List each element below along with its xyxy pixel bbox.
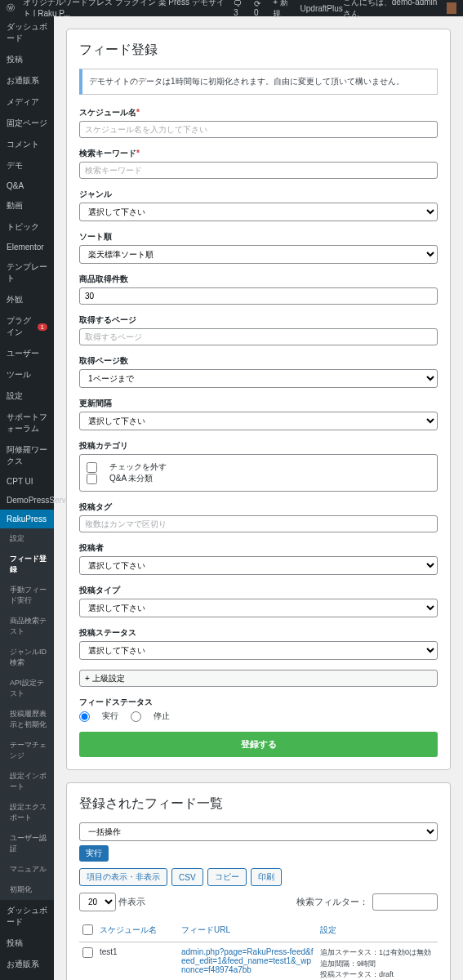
row-name: test1 xyxy=(96,942,178,981)
page-input[interactable] xyxy=(79,328,438,345)
col-url[interactable]: フィードURL xyxy=(178,920,317,942)
category-label: 投稿カテゴリ xyxy=(79,440,438,452)
updates-count[interactable]: ⟳ 0 xyxy=(254,0,265,17)
comments-count[interactable]: 🗨 3 xyxy=(234,0,246,17)
count-label: 商品取得件数 xyxy=(79,274,438,285)
sidebar-item[interactable]: コメント xyxy=(0,134,54,155)
type-select[interactable]: 選択して下さい xyxy=(79,599,438,617)
tag-label: 投稿タグ xyxy=(79,501,438,513)
row-check[interactable] xyxy=(82,947,93,958)
sidebar-item[interactable]: トピック xyxy=(0,216,54,238)
cat-uncheck[interactable] xyxy=(87,462,97,473)
submenu-item[interactable]: 設定 xyxy=(0,528,54,549)
sidebar-item[interactable]: CPT UI xyxy=(0,472,54,491)
sidebar-item[interactable]: デモ xyxy=(0,155,54,176)
submenu-item[interactable]: 初期化 xyxy=(0,880,54,900)
row-settings: 追加ステータス：1は有効0は無効追加間隔：9時間投稿ステータス：draft投稿タ… xyxy=(317,942,438,981)
submit-button[interactable]: 登録する xyxy=(79,732,438,757)
admin-sidebar: ダッシュボード投稿お通販系メディア固定ページコメントデモQ&A動画トピックEle… xyxy=(0,16,54,980)
sidebar-item[interactable]: 外観 xyxy=(0,289,54,310)
run-radio[interactable] xyxy=(79,711,90,722)
status-select[interactable]: 選択して下さい xyxy=(79,641,438,660)
main-content: フィード登録 デモサイトのデータは1時間毎に初期化されます。自由に変更して頂いて… xyxy=(54,16,463,980)
bulk-select[interactable]: 一括操作 xyxy=(79,822,438,841)
perpage-select[interactable]: 20 xyxy=(79,893,116,911)
submenu-item[interactable]: 投稿履歴表示と初期化 xyxy=(0,704,54,735)
sidebar-item[interactable]: ユーザー xyxy=(0,343,54,364)
sort-select[interactable]: 楽天標準ソート順 xyxy=(79,245,438,264)
sidebar-item[interactable]: 投稿 xyxy=(0,933,54,954)
sidebar-item[interactable]: Q&A xyxy=(0,176,54,195)
feed-table: スケジュール名 フィードURL 設定 test1admin.php?page=R… xyxy=(79,920,438,980)
sidebar-item[interactable]: お通販系 xyxy=(0,954,54,975)
sidebar-item[interactable]: RakuPress xyxy=(0,510,54,528)
schedule-label: スケジュール名* xyxy=(79,107,438,118)
schedule-input[interactable] xyxy=(79,121,438,138)
submenu-item[interactable]: 商品検索テスト xyxy=(0,611,54,642)
sidebar-item[interactable]: DemoPressServer xyxy=(0,491,54,510)
sidebar-item[interactable]: サポートフォーラム xyxy=(0,407,54,439)
interval-label: 更新間隔 xyxy=(79,398,438,409)
submenu-item[interactable]: 設定インポート xyxy=(0,766,54,797)
submenu-item[interactable]: API設定テスト xyxy=(0,673,54,704)
wp-logo[interactable]: ⓦ xyxy=(7,2,15,14)
tag-input[interactable] xyxy=(79,515,438,532)
keyword-label: 検索キーワード* xyxy=(79,148,438,159)
search-input[interactable] xyxy=(372,893,438,911)
count-input[interactable] xyxy=(79,287,438,305)
stop-radio[interactable] xyxy=(131,711,141,722)
type-label: 投稿タイプ xyxy=(79,585,438,596)
demo-notice: デモサイトのデータは1時間毎に初期化されます。自由に変更して頂いて構いません。 xyxy=(79,69,438,95)
sidebar-item[interactable]: テンプレート xyxy=(0,256,54,289)
admin-topbar: ⓦ オリジナルワードプレス プラグイン 楽 Press デモサイト | Raku… xyxy=(0,0,463,16)
sidebar-item[interactable]: プラグイン1 xyxy=(0,310,54,343)
genre-label: ジャンル xyxy=(79,189,438,200)
sidebar-item[interactable]: お通販系 xyxy=(0,70,54,91)
search-label: 検索フィルター： xyxy=(296,896,368,908)
genre-select[interactable]: 選択して下さい xyxy=(79,203,438,221)
sidebar-item[interactable]: 設定 xyxy=(0,385,54,407)
updraft-link[interactable]: UpdraftPlus xyxy=(301,4,343,13)
row-url[interactable]: admin.php?page=RakuPress-feed&feed_edit=… xyxy=(181,947,314,974)
table-row: test1admin.php?page=RakuPress-feed&feed_… xyxy=(79,942,438,981)
print-button[interactable]: 印刷 xyxy=(251,868,282,886)
status-label: 投稿ステータス xyxy=(79,627,438,639)
author-select[interactable]: 選択して下さい xyxy=(79,556,438,575)
pagecount-label: 取得ページ数 xyxy=(79,355,438,367)
avatar[interactable] xyxy=(447,2,456,14)
toggle-cols[interactable]: 項目の表示・非表示 xyxy=(79,868,167,886)
submenu-item[interactable]: 設定エクスポート xyxy=(0,797,54,828)
csv-button[interactable]: CSV xyxy=(171,868,203,886)
col-name[interactable]: スケジュール名 xyxy=(96,920,178,942)
submenu-item[interactable]: テーマチェンジ xyxy=(0,735,54,766)
sidebar-item[interactable]: Elementor xyxy=(0,238,54,256)
author-label: 投稿者 xyxy=(79,542,438,554)
interval-select[interactable]: 選択して下さい xyxy=(79,412,438,430)
sidebar-item[interactable]: ダッシュボード xyxy=(0,16,54,49)
sidebar-item[interactable]: ダッシュボード xyxy=(0,900,54,933)
col-set[interactable]: 設定 xyxy=(317,920,438,942)
cat-qa[interactable] xyxy=(87,474,97,484)
submenu-item[interactable]: ジャンルID検索 xyxy=(0,642,54,673)
feed-list-card: 登録されたフィード一覧 一括操作 実行 項目の表示・非表示 CSV コピー 印刷… xyxy=(66,782,451,980)
submenu-item[interactable]: マニュアル xyxy=(0,859,54,880)
copy-button[interactable]: コピー xyxy=(207,868,247,886)
pagecount-select[interactable]: 1ページまで xyxy=(79,369,438,388)
page-label: 取得するページ xyxy=(79,314,438,326)
sidebar-item[interactable]: 動画 xyxy=(0,195,54,216)
list-title: 登録されたフィード一覧 xyxy=(79,795,438,813)
submenu-item[interactable]: フィード登録 xyxy=(0,549,54,580)
select-all[interactable] xyxy=(82,924,93,935)
sidebar-item[interactable]: メディア xyxy=(0,91,54,113)
sidebar-item[interactable]: メディア xyxy=(0,975,54,980)
keyword-input[interactable] xyxy=(79,162,438,179)
sidebar-item[interactable]: 阿修羅ワークス xyxy=(0,439,54,472)
submenu-item[interactable]: ユーザー認証 xyxy=(0,828,54,859)
submenu-item[interactable]: 手動フィード実行 xyxy=(0,580,54,611)
sidebar-item[interactable]: ツール xyxy=(0,364,54,385)
feedstatus-label: フィードステータス xyxy=(79,697,438,708)
sidebar-item[interactable]: 投稿 xyxy=(0,49,54,70)
advanced-toggle[interactable] xyxy=(79,670,438,687)
sidebar-item[interactable]: 固定ページ xyxy=(0,113,54,134)
bulk-apply[interactable]: 実行 xyxy=(79,845,109,862)
